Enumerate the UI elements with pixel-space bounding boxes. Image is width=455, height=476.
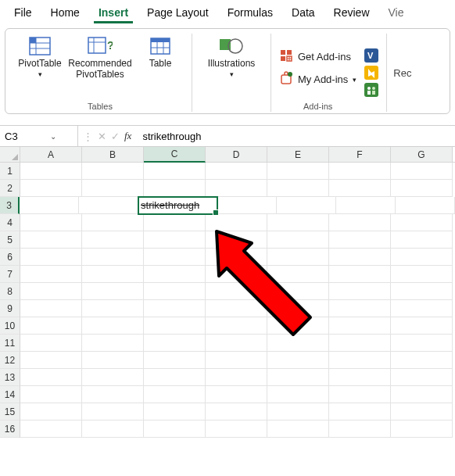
cell-B5[interactable]: [82, 231, 144, 249]
cell-G13[interactable]: [391, 369, 453, 386]
cell-G7[interactable]: [391, 266, 453, 283]
cell-E9[interactable]: [267, 300, 329, 317]
cell-A8[interactable]: [20, 283, 82, 300]
cell-A16[interactable]: [20, 421, 82, 438]
cell-G12[interactable]: [391, 352, 453, 369]
col-header-D[interactable]: D: [206, 147, 267, 162]
people-graph-icon[interactable]: [364, 83, 378, 97]
cell-F2[interactable]: [329, 180, 391, 197]
cell-F10[interactable]: [329, 317, 391, 335]
row-header-15[interactable]: 15: [0, 403, 20, 421]
cell-C5[interactable]: [144, 231, 206, 249]
col-header-A[interactable]: A: [20, 147, 82, 162]
cell-F6[interactable]: [329, 249, 391, 266]
my-addins-button[interactable]: My Add-ins ▾: [279, 71, 356, 88]
cell-C11[interactable]: [144, 335, 206, 352]
tab-insert[interactable]: Insert: [94, 5, 133, 23]
cell-F13[interactable]: [329, 369, 391, 386]
cell-A9[interactable]: [20, 300, 82, 317]
cell-A6[interactable]: [20, 249, 82, 266]
bing-maps-icon[interactable]: [364, 66, 378, 80]
row-header-1[interactable]: 1: [0, 163, 20, 180]
cell-G11[interactable]: [391, 335, 453, 352]
cell-G14[interactable]: [391, 386, 453, 403]
tab-review[interactable]: Review: [329, 5, 374, 23]
cell-G5[interactable]: [391, 231, 453, 249]
cell-F1[interactable]: [329, 163, 391, 180]
cell-G1[interactable]: [391, 163, 453, 180]
cell-E12[interactable]: [267, 352, 329, 369]
cell-G3[interactable]: [396, 197, 455, 214]
cell-C7[interactable]: [144, 266, 206, 283]
cell-C8[interactable]: [144, 283, 206, 300]
chevron-down-icon[interactable]: ⌄: [50, 132, 56, 141]
cell-D11[interactable]: [206, 335, 267, 352]
cell-C1[interactable]: [144, 163, 206, 180]
cell-G2[interactable]: [391, 180, 453, 197]
cell-G9[interactable]: [391, 300, 453, 317]
cell-B12[interactable]: [82, 352, 144, 369]
cell-E8[interactable]: [267, 283, 329, 300]
row-header-11[interactable]: 11: [0, 335, 20, 352]
cell-D12[interactable]: [206, 352, 267, 369]
cell-D2[interactable]: [206, 180, 267, 197]
cell-E3[interactable]: [277, 197, 336, 214]
cell-B9[interactable]: [82, 300, 144, 317]
cell-A7[interactable]: [20, 266, 82, 283]
cell-E2[interactable]: [267, 180, 329, 197]
cell-C2[interactable]: [144, 180, 206, 197]
cell-B14[interactable]: [82, 386, 144, 403]
cell-E6[interactable]: [267, 249, 329, 266]
cell-F11[interactable]: [329, 335, 391, 352]
cell-B2[interactable]: [82, 180, 144, 197]
formula-input[interactable]: [136, 126, 455, 146]
cell-E11[interactable]: [267, 335, 329, 352]
cell-B15[interactable]: [82, 403, 144, 421]
col-header-F[interactable]: F: [329, 147, 391, 162]
cell-D6[interactable]: [206, 249, 267, 266]
cell-B4[interactable]: [82, 214, 144, 231]
cell-A4[interactable]: [20, 214, 82, 231]
col-header-B[interactable]: B: [82, 147, 144, 162]
cell-C12[interactable]: [144, 352, 206, 369]
cell-G10[interactable]: [391, 317, 453, 335]
cell-C9[interactable]: [144, 300, 206, 317]
cell-D14[interactable]: [206, 386, 267, 403]
tab-formulas[interactable]: Formulas: [223, 5, 278, 23]
col-header-E[interactable]: E: [267, 147, 329, 162]
cell-C4[interactable]: [144, 214, 206, 231]
cell-D13[interactable]: [206, 369, 267, 386]
cell-D10[interactable]: [206, 317, 267, 335]
cell-D5[interactable]: [206, 231, 267, 249]
row-header-4[interactable]: 4: [0, 214, 20, 231]
name-box[interactable]: ⌄: [0, 126, 78, 146]
col-header-C[interactable]: C: [144, 147, 206, 163]
cell-A14[interactable]: [20, 386, 82, 403]
cell-G15[interactable]: [391, 403, 453, 421]
cell-F16[interactable]: [329, 421, 391, 438]
cell-D7[interactable]: [206, 266, 267, 283]
cell-B8[interactable]: [82, 283, 144, 300]
row-header-8[interactable]: 8: [0, 283, 20, 300]
cell-E4[interactable]: [267, 214, 329, 231]
row-header-6[interactable]: 6: [0, 249, 20, 266]
cell-E7[interactable]: [267, 266, 329, 283]
cell-C14[interactable]: [144, 386, 206, 403]
cell-F15[interactable]: [329, 403, 391, 421]
cell-F12[interactable]: [329, 352, 391, 369]
cell-F4[interactable]: [329, 214, 391, 231]
cell-D8[interactable]: [206, 283, 267, 300]
row-header-7[interactable]: 7: [0, 266, 20, 283]
cell-A10[interactable]: [20, 317, 82, 335]
illustrations-button[interactable]: Illustrations ▾: [200, 35, 263, 78]
cell-C15[interactable]: [144, 403, 206, 421]
pivottable-button[interactable]: PivotTable ▾: [16, 35, 63, 78]
row-header-5[interactable]: 5: [0, 231, 20, 249]
cell-F14[interactable]: [329, 386, 391, 403]
tab-page-layout[interactable]: Page Layout: [142, 5, 213, 23]
cell-F5[interactable]: [329, 231, 391, 249]
col-header-G[interactable]: G: [391, 147, 453, 162]
cell-B1[interactable]: [82, 163, 144, 180]
cell-A1[interactable]: [20, 163, 82, 180]
row-header-12[interactable]: 12: [0, 352, 20, 369]
